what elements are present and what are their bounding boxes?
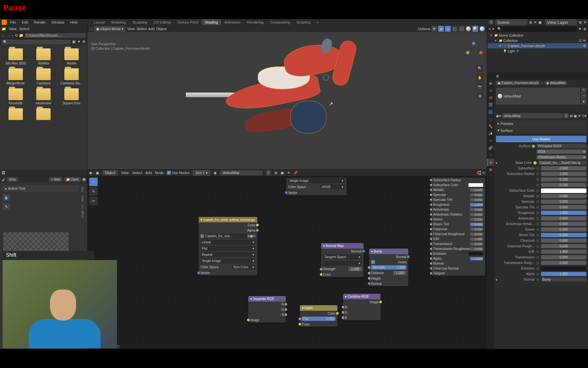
ne-mat-del-icon[interactable]: ✕ xyxy=(287,171,290,175)
scene-del-icon[interactable]: ✕ xyxy=(534,20,537,25)
prop-socket-dot[interactable] xyxy=(536,167,539,170)
prop-socket-dot[interactable] xyxy=(536,261,539,265)
basecolor-link[interactable]: Captain_fox_...BaseColor.tg xyxy=(538,161,586,165)
vp-solid-icon[interactable] xyxy=(466,26,471,32)
node-normal-map[interactable]: ▾Normal Map Normal Tangent Space▾ ▾ Stre… xyxy=(321,243,364,277)
prop-socket-dot[interactable] xyxy=(536,234,539,237)
prop-value-input[interactable]: 1.000 xyxy=(541,211,586,215)
mat-unlink-icon[interactable]: ✕ xyxy=(578,114,581,118)
ie-annotate-icon[interactable]: ✎ xyxy=(3,203,10,210)
bsdf-input-row[interactable]: Roughness1.000 xyxy=(431,202,485,207)
folder-item[interactable]: Square Enix xyxy=(59,88,84,105)
node-image-normal[interactable]: ▾Captain_fox_subst..aultMat_Normal.tga C… xyxy=(199,217,257,275)
ne-mat-copy-icon[interactable]: ▣ xyxy=(281,171,284,175)
prop-socket-dot[interactable] xyxy=(536,245,539,248)
prop-tab-constraint[interactable]: 🔗 xyxy=(487,144,494,151)
out-search-input[interactable]: 🔍 xyxy=(496,26,577,32)
prop-value-input[interactable]: 0.000 xyxy=(541,261,586,265)
prop-socket-dot[interactable] xyxy=(536,222,539,226)
prop-color-swatch[interactable] xyxy=(541,266,586,271)
bsdf-input-row[interactable]: Sheen0.000 xyxy=(431,217,485,222)
ws-shading[interactable]: Shading xyxy=(202,19,221,25)
fb-editor-icon[interactable]: 📁 xyxy=(2,27,6,31)
fb-path-input[interactable]: C:\Users\Niko\Docum... xyxy=(25,33,86,38)
viewlayer-del-icon[interactable]: ✕ xyxy=(583,20,586,25)
prop-link[interactable]: Bump xyxy=(541,277,586,282)
prop-socket-dot[interactable] xyxy=(536,200,539,203)
ws-modeling[interactable]: Modeling xyxy=(108,19,129,25)
ne-overlay-icon[interactable]: ⊙ xyxy=(482,171,485,175)
section-surface[interactable]: ▾ Surface xyxy=(496,127,586,133)
prop-value-input[interactable]: 0.000 xyxy=(541,216,586,220)
vp-view-menu[interactable]: View xyxy=(127,27,135,31)
basecolor-dot[interactable] xyxy=(533,161,537,165)
bsdf-input-row[interactable]: Subsurface Radius xyxy=(431,178,485,183)
vp-mode-select[interactable]: ▣Object Mode▾ xyxy=(94,26,125,32)
bsdf-input-row[interactable]: Clearcoat Normal xyxy=(431,266,485,271)
tree-collection[interactable]: ▾📁Collection☑👁 xyxy=(488,38,587,43)
fb-select-menu[interactable]: Select xyxy=(19,27,29,31)
mat-name-input[interactable]: defaultMat xyxy=(502,113,563,118)
ie-open-button[interactable]: 📁 Open xyxy=(64,177,81,182)
vp-camera-icon[interactable]: 📷 xyxy=(476,83,483,90)
prop-socket-dot[interactable] xyxy=(536,178,539,181)
prop-tab-mesh[interactable]: ▽ xyxy=(487,151,494,159)
ne-material-name[interactable]: defaultMat xyxy=(220,170,263,175)
prop-tab-physics[interactable]: ⚛ xyxy=(487,137,494,144)
prop-value-input[interactable]: 0.200 xyxy=(541,177,586,182)
prop-value-input[interactable]: 0.000 xyxy=(541,255,586,259)
bsdf-input-row[interactable]: Transmission Roughness0.000 xyxy=(431,246,485,251)
vp-matprev-icon[interactable] xyxy=(472,26,478,32)
folder-item[interactable] xyxy=(3,108,28,120)
prop-socket-dot[interactable] xyxy=(536,211,539,215)
vp-gizmo-icon[interactable]: ◈ xyxy=(438,26,444,32)
ie-sample-icon[interactable]: 💧 xyxy=(3,194,10,201)
bc-material[interactable]: ◉defaultMat xyxy=(545,81,567,85)
fb-back-icon[interactable]: ← xyxy=(2,34,5,38)
prop-value-input[interactable]: 0.000 xyxy=(541,194,586,198)
ne-select-menu[interactable]: Select xyxy=(132,171,142,175)
folder-item[interactable]: 3dsMax xyxy=(31,48,56,65)
folder-item[interactable]: Camtasia xyxy=(31,68,56,85)
use-nodes-button[interactable]: Use Nodes xyxy=(496,136,586,142)
vp-add-menu[interactable]: Add xyxy=(148,27,155,31)
viewlayer-new-icon[interactable]: ⊞ xyxy=(579,20,582,25)
prop-tab-material[interactable]: ◉ xyxy=(487,159,494,166)
node-bump[interactable]: ▾Bump Normal ✓Invert Strength1.000 Dista… xyxy=(369,249,408,286)
node-img-cs[interactable]: sRGB▾ xyxy=(320,184,345,189)
fb-refresh-icon[interactable]: ⟲ xyxy=(15,33,18,38)
prop-value-input[interactable]: 0.500 xyxy=(541,233,586,237)
vp-persp-icon[interactable]: ▦ xyxy=(476,92,483,99)
bsdf-input-row[interactable]: Specular Tint0.000 xyxy=(431,197,485,202)
ne-editor-icon[interactable]: ◉ xyxy=(89,171,92,175)
ie-tab-view[interactable]: View xyxy=(80,194,85,203)
ne-pin-icon[interactable]: 📌 xyxy=(293,171,298,175)
prop-socket-dot[interactable] xyxy=(536,195,539,198)
prop-socket-dot[interactable] xyxy=(536,267,539,270)
active-tool-header[interactable]: ▸ Active Tool xyxy=(3,185,78,192)
ws-add-button[interactable]: + xyxy=(314,19,321,25)
bsdf-input-row[interactable]: Clearcoat Roughness0.030 xyxy=(431,232,485,237)
vp-object-menu[interactable]: Object xyxy=(156,27,167,31)
vp-selectability-icon[interactable]: 👁 xyxy=(431,26,437,32)
prop-socket-dot[interactable] xyxy=(536,239,539,242)
mat-add-button[interactable]: + xyxy=(581,88,586,93)
folder-item[interactable]: Keyshot9 xyxy=(3,88,28,105)
prop-value-input[interactable]: 0.000 xyxy=(541,200,586,204)
prop-socket-dot[interactable] xyxy=(536,172,539,176)
vp-select-menu[interactable]: Select xyxy=(137,27,147,31)
node-separate-rgb[interactable]: ▾Separate RGB R G B Image xyxy=(248,296,286,323)
prop-tab-texture[interactable]: ▦ xyxy=(487,166,494,173)
prop-socket-dot[interactable] xyxy=(536,256,539,259)
bsdf-input-row[interactable]: Anisotropic Rotation0.000 xyxy=(431,212,485,217)
mat-remove-button[interactable]: − xyxy=(581,94,586,99)
ne-node-menu[interactable]: Node xyxy=(155,171,164,175)
ws-sculpting[interactable]: Sculpting xyxy=(129,19,150,25)
ne-links-tool[interactable]: ✂ xyxy=(89,197,98,205)
prop-tab-world[interactable]: 🌐 xyxy=(487,108,494,115)
mat-browse-icon[interactable]: ◉▾ xyxy=(496,114,501,118)
vp-rendered-icon[interactable] xyxy=(479,26,485,32)
menu-help[interactable]: Help xyxy=(68,20,80,25)
vp-options[interactable]: Options xyxy=(418,27,430,31)
tree-light[interactable]: 💡Light⦿ xyxy=(488,48,587,54)
